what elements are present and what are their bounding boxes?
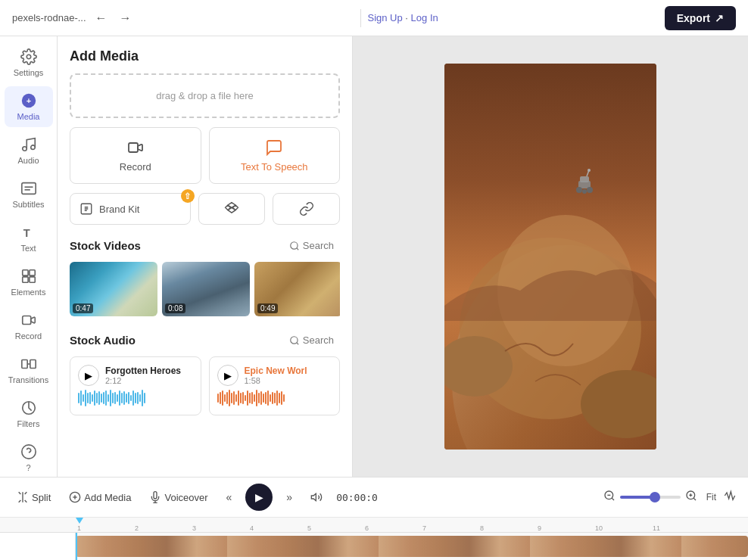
play-button[interactable]: ▶: [245, 484, 273, 511]
volume-button[interactable]: [306, 488, 327, 506]
svg-rect-9: [22, 270, 27, 275]
ruler-marks: 1 2 3 4 5 6 7 8 9 10 11: [76, 518, 748, 532]
audio-item-2[interactable]: ▶ Epic New Worl 1:58: [209, 356, 341, 415]
video-thumbnail-3[interactable]: 0:49: [254, 262, 340, 316]
top-bar: pexels-rodnae-... ← → Sign Up · Log In E…: [0, 0, 748, 36]
stock-audio-search[interactable]: Search: [283, 331, 340, 349]
divider: [360, 9, 361, 27]
audio-item-1[interactable]: ▶ Forgotten Heroes 2:12: [70, 356, 201, 415]
stock-audio-header: Stock Audio Search: [70, 331, 340, 349]
svg-point-18: [21, 445, 35, 459]
brand-badge: ⇧: [181, 189, 195, 203]
dropbox-button[interactable]: [198, 193, 266, 225]
zoom-in-button[interactable]: [684, 488, 699, 506]
svg-point-34: [576, 187, 582, 193]
play-button-2[interactable]: ▶: [217, 365, 238, 386]
ruler-mark-3: 3: [191, 524, 248, 532]
volume-icon: [310, 491, 323, 503]
track-clip: [76, 536, 748, 557]
ruler-mark-6: 6: [363, 524, 421, 532]
video-duration-1: 0:47: [73, 303, 93, 313]
sidebar-label-subtitles: Subtitles: [12, 200, 44, 209]
media-panel: Add Media drag & drop a file here Record…: [58, 36, 353, 477]
dropbox-icon: [224, 201, 239, 216]
svg-rect-10: [29, 270, 34, 275]
voiceover-button[interactable]: Voiceover: [145, 488, 212, 506]
voiceover-label: Voiceover: [164, 492, 207, 503]
svg-rect-14: [21, 360, 26, 369]
sidebar-item-filters[interactable]: Filters: [5, 394, 53, 434]
sidebar-item-audio[interactable]: Audio: [5, 130, 53, 171]
login-link[interactable]: Log In: [411, 12, 438, 23]
video-thumbnail-2[interactable]: 0:08: [162, 262, 250, 316]
svg-rect-11: [22, 277, 27, 282]
export-button[interactable]: Export ↗: [665, 6, 736, 30]
search-icon: [289, 241, 300, 251]
sidebar-item-help[interactable]: ?: [5, 437, 53, 477]
action-buttons-row: Record Text To Speech: [70, 127, 340, 184]
zoom-out-button[interactable]: [602, 488, 617, 506]
stock-audio-search-label: Search: [303, 334, 334, 346]
thumbnails-row: 0:47 0:08 0:49: [70, 262, 340, 316]
skip-back-button[interactable]: «: [222, 488, 237, 506]
track-content[interactable]: [76, 533, 748, 560]
add-media-icon: [69, 491, 81, 503]
split-button[interactable]: Split: [12, 488, 55, 506]
svg-point-22: [291, 241, 298, 248]
sidebar-label-filters: Filters: [17, 419, 40, 428]
svg-rect-15: [30, 360, 35, 369]
record-button[interactable]: Record: [70, 127, 201, 184]
mars-scene: [444, 64, 656, 450]
record-label: Record: [120, 161, 151, 173]
skip-forward-button[interactable]: »: [282, 488, 297, 506]
signup-link[interactable]: Sign Up: [367, 12, 402, 23]
video-thumbnail-1[interactable]: 0:47: [70, 262, 157, 316]
svg-point-35: [587, 187, 593, 193]
svg-point-0: [26, 54, 31, 59]
link-button[interactable]: [273, 193, 340, 225]
add-media-button[interactable]: Add Media: [64, 488, 136, 506]
text-to-speech-label: Text To Speech: [241, 161, 308, 173]
fit-button[interactable]: Fit: [702, 490, 721, 504]
sidebar-item-subtitles[interactable]: Subtitles: [5, 174, 53, 215]
waveform-icon: [724, 490, 736, 505]
undo-button[interactable]: ←: [92, 8, 111, 28]
waveform-bars-1: [78, 389, 193, 407]
redo-button[interactable]: →: [117, 8, 135, 28]
filename: pexels-rodnae-...: [12, 12, 86, 23]
gear-icon: [20, 48, 37, 65]
main-content: Settings + Media Audio Subtitles T: [0, 36, 748, 477]
stock-videos-header: Stock Videos Search: [70, 237, 340, 254]
sidebar-item-media[interactable]: + Media: [5, 86, 53, 127]
sidebar-item-transitions[interactable]: Transitions: [5, 350, 53, 390]
stock-audio-title: Stock Audio: [70, 334, 136, 347]
svg-line-23: [297, 247, 299, 250]
svg-line-25: [297, 342, 299, 344]
bottom-area: Split Add Media Voiceover « ▶ » 00:00:0: [0, 477, 748, 560]
sidebar-item-text[interactable]: T Text: [5, 218, 53, 259]
audio-top-2: ▶ Epic New Worl 1:58: [217, 365, 332, 386]
export-icon: ↗: [715, 12, 724, 24]
sidebar-item-settings[interactable]: Settings: [5, 42, 53, 83]
drop-zone[interactable]: drag & drop a file here: [70, 73, 340, 118]
audio-duration-1: 2:12: [105, 376, 193, 385]
sidebar-item-record[interactable]: Record: [5, 306, 53, 347]
audio-name-1: Forgotten Heroes: [105, 366, 193, 376]
playhead-marker: [76, 518, 83, 524]
stock-videos-search[interactable]: Search: [283, 237, 340, 254]
sidebar-item-elements[interactable]: Elements: [5, 262, 53, 303]
zoom-in-icon: [685, 490, 697, 502]
zoom-slider[interactable]: [620, 496, 681, 499]
svg-rect-12: [29, 277, 34, 282]
play-button-1[interactable]: ▶: [78, 365, 99, 386]
video-duration-3: 0:49: [257, 303, 278, 313]
text-to-speech-button[interactable]: Text To Speech: [209, 127, 341, 184]
timeline-track: [0, 533, 748, 560]
ruler-mark-10: 10: [594, 524, 651, 532]
ruler-mark-4: 4: [248, 524, 306, 532]
split-icon: [17, 491, 29, 503]
stock-audio-section: Stock Audio Search ▶ Forgotten Heroes 2:…: [70, 331, 340, 415]
elements-icon: [20, 268, 37, 285]
svg-point-4: [30, 145, 35, 150]
brand-kit-button[interactable]: Brand Kit ⇧: [70, 193, 191, 225]
